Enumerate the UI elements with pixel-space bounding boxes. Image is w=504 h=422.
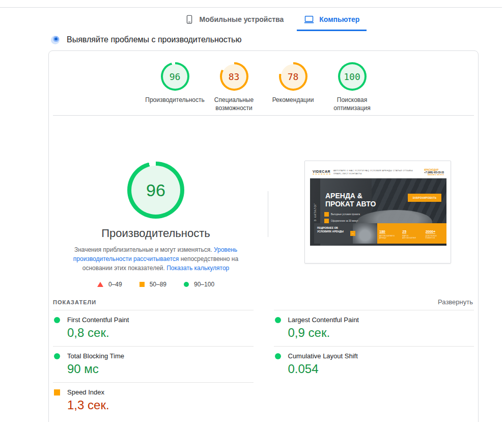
accessibility-score-value: 83	[220, 62, 248, 91]
score-seo[interactable]: 100 Поисковая оптимизация	[323, 62, 382, 115]
site-navbar: VIDECAR АВТОПАРК О НАС УСЛУГИ FAQ УСЛОВИ…	[310, 166, 446, 178]
performance-big-gauge: 96	[127, 162, 184, 219]
legend-good: 90–100	[184, 281, 214, 288]
site-hero: В КАТАЛОГ АРЕНДА & ПРОКАТ АВТО ЗАБРОНИРО…	[310, 178, 446, 246]
metric-value: 1,3 сек.	[67, 398, 254, 412]
speedometer-icon	[51, 36, 60, 44]
hero-heading-line1: АРЕНДА &	[325, 192, 376, 200]
site-logo: VIDECAR	[313, 170, 330, 174]
report-card: 96 Производительность 83 Специальные воз…	[48, 50, 479, 422]
metric-cls: Cumulative Layout Shift 0.054	[274, 346, 474, 382]
site-nav-row1: АВТОПАРК О НАС УСЛУГИ FAQ УСЛОВИЯ АРЕНДЫ…	[333, 169, 421, 172]
expand-metrics-button[interactable]: Развернуть	[438, 298, 473, 306]
device-tabbar: Мобильные устройства Компьютер	[0, 9, 504, 30]
accessibility-gauge: 83	[220, 62, 248, 91]
legend-good-range: 90–100	[194, 281, 214, 288]
metric-value: 90 мс	[67, 362, 254, 376]
tab-mobile[interactable]: Мобильные устройства	[174, 9, 294, 30]
legend-average: 50–89	[139, 281, 166, 288]
more-conditions-box: ПОДРОБНЕЕ ОБ УСЛОВИЯХ АРЕНДЫ →	[314, 223, 353, 244]
desc-text-1: Значения приблизительные и могут изменят…	[74, 246, 214, 253]
stat-item: 180 АВТОМОБИЛЕЙ В АРЕНДУ	[377, 223, 400, 244]
score-best-practices[interactable]: 78 Рекомендации	[264, 62, 323, 115]
stat-value: 2000+	[426, 230, 436, 234]
metric-status-icon	[275, 317, 281, 323]
average-square-icon	[139, 282, 145, 287]
best-practices-gauge: 78	[279, 62, 307, 91]
metric-tbt: Total Blocking Time 90 мс	[53, 346, 254, 382]
intro-title: Выявляйте проблемы с производительностью	[67, 35, 241, 44]
show-calculator-link[interactable]: Показать калькулятор	[166, 265, 229, 272]
legend-fail-range: 0–49	[108, 281, 122, 288]
metric-lcp: Largest Contentful Paint 0,9 сек.	[274, 310, 474, 346]
score-performance[interactable]: 96 Производительность	[146, 62, 205, 115]
feature-item: Оформление за 30 минут	[324, 219, 362, 223]
metric-status-icon	[54, 317, 60, 323]
legend-fail: 0–49	[97, 281, 122, 288]
metric-fcp: First Contentful Paint 0,8 сек.	[53, 310, 254, 346]
metric-speed-index: Speed Index 1,3 сек.	[53, 382, 254, 418]
performance-column: 96 Производительность Значения приблизит…	[49, 162, 263, 288]
metric-label: Largest Contentful Paint	[288, 316, 359, 324]
metric-label: Cumulative Layout Shift	[288, 352, 358, 360]
score-summary: 96 Производительность 83 Специальные воз…	[49, 51, 478, 115]
metric-label: Speed Index	[67, 388, 104, 396]
site-preview: VIDECAR АВТОПАРК О НАС УСЛУГИ FAQ УСЛОВИ…	[310, 166, 446, 252]
metric-label: First Contentful Paint	[67, 316, 129, 324]
metric-value: 0,8 сек.	[67, 326, 254, 340]
performance-gauge: 96	[161, 62, 189, 91]
performance-title: Производительность	[49, 227, 263, 240]
performance-detail: 96 Производительность Значения приблизит…	[49, 116, 478, 295]
tab-desktop[interactable]: Компьютер	[294, 9, 370, 30]
tab-desktop-label: Компьютер	[319, 15, 359, 23]
metrics-grid: First Contentful Paint 0,8 сек. Largest …	[53, 310, 474, 418]
metric-status-icon	[54, 389, 60, 395]
metrics-header: ПОКАЗАТЕЛИ Развернуть	[53, 298, 473, 306]
seo-score-value: 100	[338, 62, 367, 91]
site-footer-strip	[310, 246, 446, 252]
metric-status-icon	[54, 353, 60, 359]
site-contact: КРАСНОДАР +7 (988) 423-33-33 ЗАКАЗАТЬ ЗВ…	[424, 169, 444, 176]
seo-score-label: Поисковая оптимизация	[323, 96, 382, 112]
stat-label: МАРОК АВТОМОБИЛЕЙ	[402, 235, 421, 239]
page-top-divider	[0, 7, 502, 8]
feature-item: Выгодные условия проката	[324, 212, 362, 217]
site-phone: +7 (988) 423-33-33	[424, 171, 444, 174]
stat-item: 2000+ ДОВОЛЬНЫХ КЛИЕНТОВ	[424, 223, 446, 244]
page-screenshot-thumbnail[interactable]: VIDECAR АВТОПАРК О НАС УСЛУГИ FAQ УСЛОВИ…	[304, 161, 451, 263]
stat-item: 25 МАРОК АВТОМОБИЛЕЙ	[400, 223, 423, 244]
hero-cta-button: ЗАБРОНИРОВАТЬ	[408, 194, 441, 202]
site-callback-link: ЗАКАЗАТЬ ЗВОНОК	[424, 174, 444, 176]
metrics-heading: ПОКАЗАТЕЛИ	[53, 299, 96, 305]
accessibility-score-label: Специальные возможности	[205, 96, 264, 112]
stats-bar: 180 АВТОМОБИЛЕЙ В АРЕНДУ 25 МАРОК АВТОМО…	[377, 223, 446, 244]
best-practices-score-label: Рекомендации	[272, 96, 314, 104]
performance-description: Значения приблизительные и могут изменят…	[61, 245, 250, 273]
more-conditions-label: ПОДРОБНЕЕ ОБ УСЛОВИЯХ АРЕНДЫ	[317, 226, 344, 233]
intro-row: Выявляйте проблемы с производительностью	[51, 35, 504, 44]
stat-value: 180	[379, 230, 385, 234]
site-nav-links: АВТОПАРК О НАС УСЛУГИ FAQ УСЛОВИЯ АРЕНДЫ…	[333, 169, 421, 175]
good-circle-icon	[184, 282, 189, 287]
stat-label: АВТОМОБИЛЕЙ В АРЕНДУ	[379, 235, 398, 239]
performance-score-value: 96	[161, 62, 189, 91]
column-divider	[268, 191, 268, 237]
hero-bottom-strip: ПОДРОБНЕЕ ОБ УСЛОВИЯХ АРЕНДЫ → 180 АВТОМ…	[314, 223, 446, 244]
seo-gauge: 100	[338, 62, 367, 91]
best-practices-score-value: 78	[279, 62, 307, 91]
metric-value: 0.054	[288, 362, 474, 376]
metric-label: Total Blocking Time	[67, 352, 124, 360]
site-nav-row2: ПРАЙС-ЛИСТ КОНТАКТЫ	[333, 172, 421, 175]
arrow-icon: →	[350, 231, 355, 236]
score-accessibility[interactable]: 83 Специальные возможности	[205, 62, 264, 115]
feature-label: Оформление за 30 минут	[331, 220, 358, 222]
catalog-vertical-label: В КАТАЛОГ	[314, 203, 317, 221]
smartphone-icon	[184, 14, 194, 24]
active-tab-underline	[297, 30, 367, 31]
small-car-photo	[353, 223, 377, 244]
performance-score-label: Производительность	[145, 96, 204, 104]
stat-label: ДОВОЛЬНЫХ КЛИЕНТОВ	[426, 235, 444, 239]
fail-triangle-icon	[97, 282, 103, 287]
metric-value: 0,9 сек.	[288, 326, 474, 340]
score-legend: 0–49 50–89 90–100	[49, 281, 263, 288]
